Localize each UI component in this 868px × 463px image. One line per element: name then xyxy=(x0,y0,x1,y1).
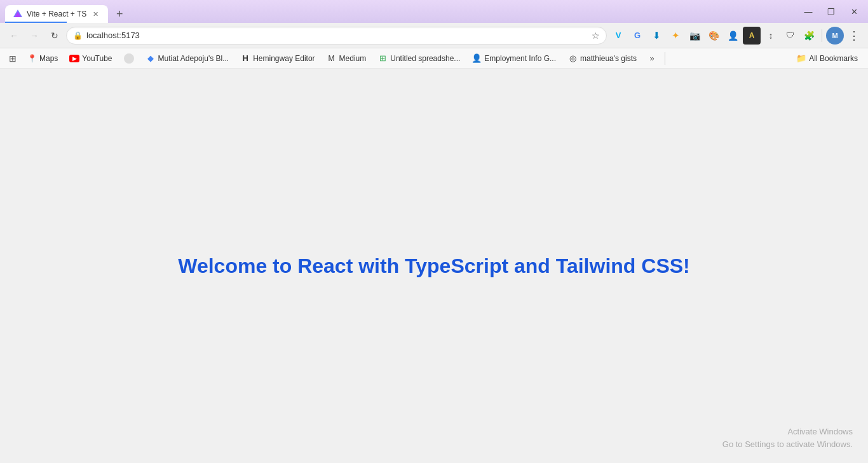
bookmark-spreadsheet-label: Untitled spreadshe... xyxy=(390,54,460,63)
all-bookmarks-label: All Bookmarks xyxy=(809,54,858,63)
bookmark-star-icon[interactable]: ☆ xyxy=(592,31,600,41)
bookmark-employment-label: Employment Info G... xyxy=(484,54,556,63)
more-options-button[interactable]: ⋮ xyxy=(845,27,863,45)
tab-favicon xyxy=(13,9,23,19)
close-button[interactable]: ✕ xyxy=(845,3,863,20)
maps-icon: 📍 xyxy=(27,53,37,64)
page-content: Welcome to React with TypeScript and Tai… xyxy=(0,69,868,463)
activate-windows-subtitle: Go to Settings to activate Windows. xyxy=(722,438,853,451)
gists-icon: ◎ xyxy=(567,53,578,64)
profile-button[interactable]: M xyxy=(826,27,844,45)
bookmark-medium-label: Medium xyxy=(339,54,367,63)
new-tab-button[interactable]: + xyxy=(111,5,128,23)
address-bar[interactable]: 🔒 localhost:5173 ☆ xyxy=(66,27,607,45)
minimize-button[interactable]: — xyxy=(799,3,817,20)
ark-extension-icon[interactable]: A xyxy=(743,27,761,45)
medium-icon: M xyxy=(327,53,337,64)
ext9-icon[interactable]: ↕ xyxy=(762,27,780,45)
window-controls: — ❐ ✕ xyxy=(794,3,863,20)
bookmark-hemingway-label: Hemingway Editor xyxy=(253,54,315,63)
tab-grid-icon: ⊞ xyxy=(9,53,17,64)
active-tab[interactable]: Vite + React + TS ✕ xyxy=(5,5,108,23)
bookmark-spreadsheet[interactable]: ⊞ Untitled spreadshe... xyxy=(372,52,465,66)
activate-windows-notice: Activate Windows Go to Settings to activ… xyxy=(722,425,853,450)
forward-button[interactable]: → xyxy=(25,27,43,45)
extensions-area: V G ⬇ ✦ 📷 🎨 👤 A ↕ 🛡 🧩 M ⋮ xyxy=(609,27,863,45)
generic-icon xyxy=(124,53,134,64)
bookmark-youtube-label: YouTube xyxy=(82,54,112,63)
maximize-button[interactable]: ❐ xyxy=(822,3,840,20)
youtube-icon: ▶ xyxy=(69,55,79,62)
welcome-heading: Welcome to React with TypeScript and Tai… xyxy=(178,254,689,278)
all-bookmarks-button[interactable]: 📁 All Bookmarks xyxy=(791,52,863,65)
vimeo-extension-icon[interactable]: V xyxy=(609,27,627,45)
nav-separator xyxy=(822,29,822,42)
title-bar: Vite + React + TS ✕ + — ❐ ✕ xyxy=(0,0,868,23)
bookmark-youtube[interactable]: ▶ YouTube xyxy=(64,52,117,65)
spreadsheet-icon: ⊞ xyxy=(377,53,388,64)
bookmark-employment[interactable]: 👤 Employment Info G... xyxy=(466,52,561,66)
bookmarks-separator xyxy=(665,52,665,65)
color-extension-icon[interactable]: 🎨 xyxy=(705,27,722,45)
tab-strip: Vite + React + TS ✕ + xyxy=(5,0,792,23)
activate-windows-title: Activate Windows xyxy=(722,425,853,438)
bookmarks-more-button[interactable]: » xyxy=(643,50,661,67)
bookmark-medium[interactable]: M Medium xyxy=(322,52,372,66)
bookmark-maps[interactable]: 📍 Maps xyxy=(22,52,63,66)
mutiat-icon: ◆ xyxy=(146,53,156,64)
employment-icon: 👤 xyxy=(471,53,482,64)
tab-grid-button[interactable]: ⊞ xyxy=(5,52,20,66)
download-extension-icon[interactable]: ⬇ xyxy=(648,27,665,45)
bookmark-gists-label: matthieua's gists xyxy=(580,54,637,63)
bookmark-generic[interactable] xyxy=(119,52,139,66)
google-extension-icon[interactable]: G xyxy=(628,27,646,45)
avatar-extension-icon[interactable]: 👤 xyxy=(724,27,742,45)
extensions-puzzle-icon[interactable]: 🧩 xyxy=(800,27,818,45)
bookmark-mutiat[interactable]: ◆ Mutiat Adepoju's Bl... xyxy=(140,52,234,66)
bookmark-gists[interactable]: ◎ matthieua's gists xyxy=(562,52,642,66)
url-display: localhost:5173 xyxy=(86,31,588,40)
tab-title: Vite + React + TS xyxy=(27,10,86,18)
security-icon: 🔒 xyxy=(73,31,83,40)
hemingway-icon: H xyxy=(240,53,250,64)
bookmark-mutiat-label: Mutiat Adepoju's Bl... xyxy=(158,54,229,63)
bookmark-hemingway[interactable]: H Hemingway Editor xyxy=(235,52,320,66)
tab-loading-bar xyxy=(5,22,67,23)
navigation-bar: ← → ↻ 🔒 localhost:5173 ☆ V G ⬇ ✦ 📷 🎨 👤 A… xyxy=(0,23,868,48)
bookmarks-bar: ⊞ 📍 Maps ▶ YouTube ◆ Mutiat Adepoju's Bl… xyxy=(0,48,868,69)
camera-extension-icon[interactable]: 📷 xyxy=(686,27,703,45)
back-button[interactable]: ← xyxy=(5,27,23,45)
bookmark-maps-label: Maps xyxy=(39,54,58,63)
tab-close-button[interactable]: ✕ xyxy=(90,9,100,19)
refresh-button[interactable]: ↻ xyxy=(46,27,64,45)
bookmarks-folder-icon: 📁 xyxy=(796,53,806,63)
ext10-icon[interactable]: 🛡 xyxy=(781,27,799,45)
star-extension-icon[interactable]: ✦ xyxy=(667,27,684,45)
